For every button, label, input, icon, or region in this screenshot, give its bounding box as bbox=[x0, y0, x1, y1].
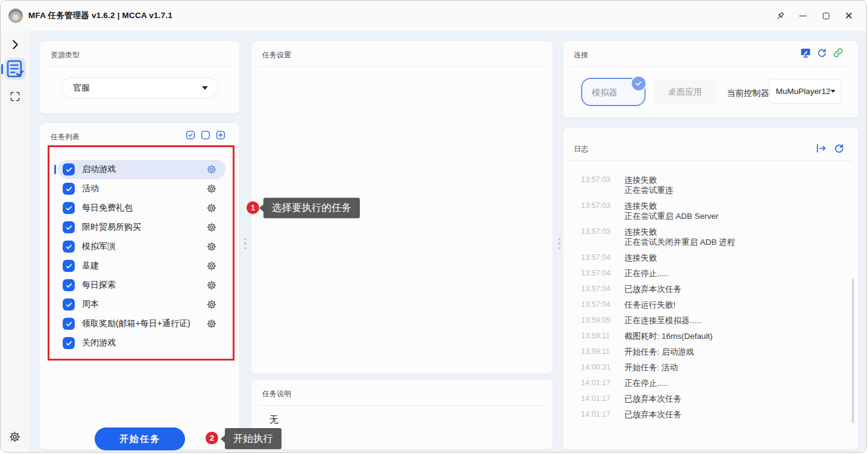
task-checkbox[interactable] bbox=[63, 318, 75, 330]
task-list: 启动游戏 活动 每日免费礼包 限时贸易所购买 模拟军演 基建 每日探索 周本 领… bbox=[58, 160, 225, 353]
task-row[interactable]: 领取奖励(邮箱+每日+通行证) bbox=[58, 314, 225, 333]
check-icon bbox=[65, 282, 73, 289]
resource-type-value: 官服 bbox=[73, 83, 202, 93]
main-content: 资源类型 官服 任务列表 启动游戏 活动 每日免费礼包 bbox=[30, 31, 866, 452]
deselect-all-icon[interactable] bbox=[200, 130, 211, 140]
log-entry: 14:00:31 开始任务: 活动 bbox=[581, 362, 843, 373]
log-timestamp: 13:59:11 bbox=[581, 347, 615, 357]
export-log-icon[interactable] bbox=[815, 142, 827, 154]
task-row[interactable]: 基建 bbox=[58, 256, 225, 276]
task-checkbox[interactable] bbox=[63, 221, 75, 233]
start-task-button[interactable]: 开始任务 bbox=[95, 427, 185, 450]
task-list-panel: 任务列表 启动游戏 活动 每日免费礼包 限时贸易所购买 模拟军演 基建 bbox=[39, 122, 240, 450]
controller-dropdown[interactable]: MuMuPlayer12 bbox=[769, 79, 841, 104]
resource-type-dropdown[interactable]: 官服 bbox=[61, 77, 218, 98]
pin-button[interactable] bbox=[769, 5, 791, 26]
refresh-icon[interactable] bbox=[833, 142, 845, 154]
log-timestamp: 14:00:31 bbox=[581, 362, 615, 373]
task-description-title: 任务说明 bbox=[262, 389, 291, 399]
sidebar-expand-button[interactable] bbox=[8, 38, 22, 51]
log-message: 正在停止..... bbox=[624, 268, 668, 279]
task-settings-gear-icon[interactable] bbox=[206, 280, 217, 291]
check-icon bbox=[65, 339, 73, 347]
log-timestamp: 14:01:17 bbox=[581, 378, 615, 388]
monitor-edit-icon[interactable] bbox=[800, 47, 811, 58]
log-entry: 13:59:11 截图耗时: 16ms(Default) bbox=[581, 331, 843, 341]
task-checkbox[interactable] bbox=[63, 337, 75, 349]
log-entry: 13:59:05 正在连接至模拟器..... bbox=[581, 315, 843, 326]
log-message: 截图耗时: 16ms(Default) bbox=[624, 331, 712, 341]
task-row[interactable]: 周本 bbox=[58, 295, 225, 314]
emulator-mode-button[interactable]: 模拟器 bbox=[581, 78, 646, 106]
task-settings-gear-icon[interactable] bbox=[206, 299, 217, 310]
log-scrollbar[interactable] bbox=[852, 279, 854, 423]
task-row[interactable]: 限时贸易所购买 bbox=[58, 218, 225, 237]
log-panel: 日志 13:57:03 连接失败正在尝试重连 13:57:03 连接失败正在尝试… bbox=[562, 127, 859, 450]
task-checkbox[interactable] bbox=[63, 241, 75, 253]
task-checkbox[interactable] bbox=[63, 183, 75, 195]
close-button[interactable]: ✕ bbox=[837, 5, 860, 26]
task-checkbox[interactable] bbox=[63, 202, 75, 214]
check-icon bbox=[65, 185, 73, 193]
task-settings-gear-icon[interactable] bbox=[206, 241, 217, 252]
log-entry: 13:57:04 连接失败 bbox=[581, 253, 843, 263]
check-icon bbox=[65, 166, 73, 174]
task-settings-gear-icon[interactable] bbox=[206, 164, 217, 175]
log-line: 连接失败 bbox=[624, 227, 735, 237]
select-all-icon[interactable] bbox=[185, 130, 196, 140]
log-message: 连接失败正在尝试重连 bbox=[624, 175, 673, 195]
log-line: 开始任务: 活动 bbox=[624, 362, 678, 373]
panel-splitter-handle[interactable] bbox=[243, 235, 248, 253]
log-message: 开始任务: 活动 bbox=[624, 362, 678, 373]
check-icon bbox=[65, 224, 73, 232]
chevron-down-icon bbox=[831, 90, 835, 93]
log-entry: 13:57:03 连接失败正在尝试重启 ADB Server bbox=[581, 201, 843, 221]
controller-value: MuMuPlayer12 bbox=[776, 87, 831, 96]
minimize-button[interactable] bbox=[791, 5, 814, 26]
task-checkbox[interactable] bbox=[63, 163, 75, 175]
divider bbox=[259, 66, 546, 67]
sidebar-settings-button[interactable] bbox=[8, 430, 21, 443]
chevron-down-icon bbox=[202, 86, 208, 90]
task-checkbox[interactable] bbox=[63, 279, 75, 291]
panel-splitter-handle[interactable] bbox=[557, 235, 562, 253]
maximize-button[interactable] bbox=[814, 5, 837, 26]
link-icon[interactable] bbox=[832, 47, 844, 58]
refresh-icon[interactable] bbox=[816, 47, 828, 58]
task-settings-gear-icon[interactable] bbox=[206, 222, 217, 233]
connection-toolbar bbox=[800, 47, 844, 58]
task-checkbox[interactable] bbox=[63, 298, 75, 311]
log-line: 正在尝试重启 ADB Server bbox=[624, 211, 719, 221]
titlebar: MFA 任务管理器 v1.6.2 | MCCA v1.7.1 ✕ bbox=[1, 1, 866, 31]
task-row[interactable]: 模拟军演 bbox=[58, 237, 225, 256]
task-settings-gear-icon[interactable] bbox=[206, 183, 217, 194]
minimize-icon bbox=[799, 16, 807, 16]
task-row[interactable]: 关闭游戏 bbox=[58, 333, 225, 353]
task-row[interactable]: 每日探索 bbox=[58, 276, 225, 295]
task-settings-gear-icon[interactable] bbox=[206, 260, 217, 271]
log-timestamp: 13:57:03 bbox=[581, 175, 615, 195]
task-settings-gear-icon[interactable] bbox=[206, 318, 217, 329]
task-settings-gear-icon[interactable] bbox=[206, 203, 217, 213]
task-settings-title: 任务设置 bbox=[262, 50, 291, 60]
task-checkbox[interactable] bbox=[63, 260, 75, 272]
task-label: 领取奖励(邮箱+每日+通行证) bbox=[82, 318, 206, 329]
log-timestamp: 13:59:11 bbox=[581, 331, 615, 341]
add-task-icon[interactable] bbox=[215, 130, 226, 140]
check-icon bbox=[65, 301, 73, 309]
log-message: 任务运行失败! bbox=[624, 300, 676, 310]
log-line: 正在停止..... bbox=[624, 378, 668, 388]
task-row[interactable]: 活动 bbox=[58, 179, 225, 198]
sidebar-item-capture[interactable] bbox=[9, 90, 21, 102]
task-row[interactable]: 启动游戏 bbox=[58, 160, 225, 179]
log-line: 任务运行失败! bbox=[624, 300, 676, 310]
task-label: 活动 bbox=[82, 183, 206, 194]
log-message: 连接失败正在尝试重启 ADB Server bbox=[624, 201, 719, 221]
app-logo bbox=[8, 8, 23, 23]
desktop-mode-button[interactable]: 桌面应用 bbox=[653, 80, 717, 105]
task-row[interactable]: 每日免费礼包 bbox=[58, 198, 225, 218]
sidebar-item-task-manager[interactable] bbox=[4, 58, 26, 80]
divider bbox=[259, 405, 546, 406]
task-label: 基建 bbox=[82, 260, 206, 271]
selected-check-badge bbox=[631, 75, 647, 92]
